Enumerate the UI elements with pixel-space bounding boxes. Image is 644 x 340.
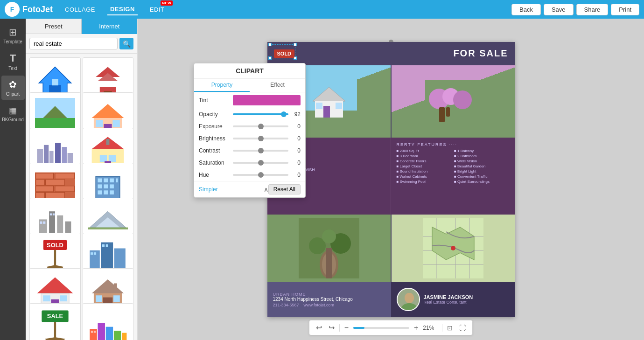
tool-clipart-label: Clipart	[6, 91, 20, 97]
search-button[interactable]: 🔍	[119, 38, 133, 49]
fit-button[interactable]: ⊡	[445, 323, 455, 333]
svg-rect-58	[53, 213, 55, 215]
svg-rect-30	[35, 180, 44, 185]
hue-thumb[interactable]	[258, 172, 264, 178]
nav-collage[interactable]: COLLAGE	[62, 4, 98, 15]
template-icon: ⊞	[9, 27, 17, 38]
exposure-label: Exposure	[199, 123, 229, 130]
reset-all-button[interactable]: Reset All	[268, 184, 301, 194]
svg-rect-47	[98, 190, 102, 194]
footer-address: 1234 North Happiness Street, Chicago	[273, 297, 385, 302]
svg-rect-106	[439, 107, 445, 122]
svg-rect-46	[110, 184, 114, 188]
fullscreen-button[interactable]: ⛶	[457, 323, 468, 333]
share-button[interactable]: Share	[576, 4, 609, 15]
tool-bkground[interactable]: ▦ BKGround	[1, 102, 25, 126]
print-button[interactable]: Print	[611, 4, 639, 15]
svg-rect-77	[60, 296, 67, 302]
feat-item: ■ Bright Light	[454, 169, 509, 173]
svg-point-126	[405, 293, 414, 303]
tool-template[interactable]: ⊞ Template	[1, 23, 25, 48]
tab-internet[interactable]: Internet	[82, 19, 138, 34]
svg-rect-28	[35, 173, 53, 179]
tool-clipart[interactable]: ✿ Clipart	[1, 76, 25, 100]
zoom-out-button[interactable]: −	[343, 323, 350, 333]
opacity-slider-container: 92	[233, 111, 301, 118]
svg-rect-88	[90, 329, 97, 340]
simpler-row: Simpler ∧ Reset All	[194, 181, 305, 197]
nav-edit[interactable]: EDIT NEW	[147, 4, 168, 15]
svg-rect-99	[323, 106, 330, 118]
clipart-property-panel: CLIPART Property Effect Tint Opacity 92	[194, 63, 306, 198]
agent-photo	[397, 288, 420, 311]
footer-title: URBAN HOME	[273, 292, 385, 297]
saturation-value: 0	[291, 160, 301, 166]
property-tabs: Property Effect	[194, 79, 305, 92]
svg-rect-89	[98, 323, 105, 340]
chevron-up-icon[interactable]: ∧	[264, 186, 268, 193]
feat-item: ■ Quiet Surroundings	[454, 180, 509, 184]
brightness-slider[interactable]	[233, 138, 288, 139]
tint-color-box[interactable]	[233, 95, 301, 105]
brightness-row: Brightness 0	[194, 132, 305, 145]
exposure-thumb[interactable]	[258, 124, 264, 129]
undo-button[interactable]: ↩	[314, 322, 324, 333]
contrast-thumb[interactable]	[258, 148, 264, 153]
feat-item: ■ Walnut Cabinets	[397, 174, 452, 179]
contrast-slider[interactable]	[233, 150, 288, 152]
simpler-button[interactable]: Simpler	[199, 186, 264, 193]
for-sale-text: FOR SALE	[453, 48, 508, 59]
hue-row: Hue 0	[194, 169, 305, 181]
exposure-slider[interactable]	[233, 125, 288, 127]
tab-property[interactable]: Property	[194, 79, 250, 92]
contrast-row: Contrast 0	[194, 145, 305, 157]
nav-design[interactable]: DESIGN	[107, 4, 138, 15]
tab-preset[interactable]: Preset	[26, 19, 82, 34]
bottom-toolbar: ↩ ↪ − + 21% ⊡ ⛶	[309, 320, 473, 335]
tool-text[interactable]: T Text	[1, 49, 25, 74]
redo-button[interactable]: ↪	[327, 322, 336, 333]
save-button[interactable]: Save	[544, 4, 574, 15]
sold-badge: SOLD	[274, 49, 295, 58]
tool-bkground-label: BKGround	[2, 117, 24, 122]
svg-rect-33	[55, 186, 74, 191]
opacity-slider[interactable]	[233, 113, 288, 115]
top-buttons: Back Save Share Print	[511, 4, 639, 15]
opacity-thumb[interactable]	[281, 111, 287, 117]
brightness-thumb[interactable]	[258, 136, 264, 141]
hue-slider-container: 0	[233, 172, 301, 178]
tab-effect[interactable]: Effect	[250, 79, 305, 92]
svg-rect-34	[35, 192, 44, 198]
zoom-slider[interactable]	[353, 327, 409, 329]
garden-image	[392, 65, 515, 138]
hue-value: 0	[291, 172, 301, 178]
saturation-slider[interactable]	[233, 162, 288, 164]
search-icon: 🔍	[123, 40, 131, 48]
clipart-grid: SOLD SALE	[26, 54, 137, 340]
brightness-label: Brightness	[199, 135, 229, 142]
svg-rect-72	[106, 244, 108, 247]
feat-item: ■ 2000 Sq. Ft	[397, 149, 452, 153]
saturation-thumb[interactable]	[258, 160, 264, 166]
logo: F FotoJet	[5, 2, 53, 17]
divider	[339, 324, 340, 332]
back-button[interactable]: Back	[511, 4, 541, 15]
zoom-in-button[interactable]: +	[412, 323, 420, 333]
svg-rect-86	[54, 322, 56, 339]
feat-item: ■ Swimming Pool	[397, 180, 452, 184]
bkground-icon: ▦	[9, 105, 17, 116]
saturation-row: Saturation 0	[194, 157, 305, 169]
svg-rect-44	[98, 184, 102, 188]
svg-marker-73	[37, 278, 73, 293]
opacity-label: Opacity	[199, 111, 229, 118]
tool-template-label: Template	[3, 39, 22, 44]
topbar: F FotoJet COLLAGE DESIGN EDIT NEW Back S…	[0, 0, 644, 19]
divider2	[442, 324, 442, 332]
hue-slider[interactable]	[233, 174, 288, 176]
svg-rect-82	[113, 296, 120, 302]
list-item[interactable]	[83, 303, 134, 340]
exposure-value: 0	[291, 123, 301, 130]
list-item[interactable]: SALE	[29, 303, 81, 340]
search-input[interactable]	[29, 38, 118, 49]
svg-rect-43	[116, 178, 118, 182]
